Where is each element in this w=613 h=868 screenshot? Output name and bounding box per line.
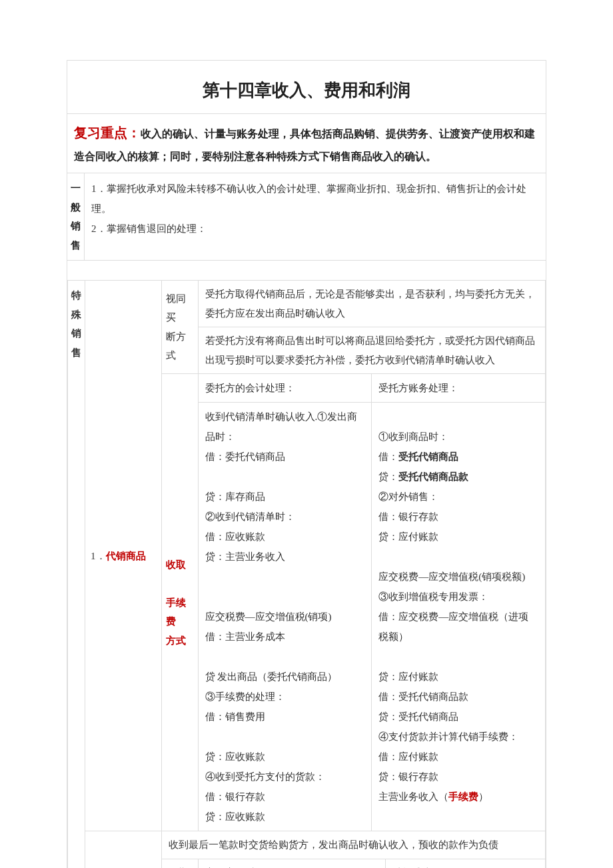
- method-2-accounting: 委托方的会计处理： 受托方账务处理： 收到代销清单时确认收入.①发出商品时： 借…: [198, 374, 546, 831]
- item-2-col-1: 分期收款时: [161, 859, 198, 868]
- general-sales-body: 1．掌握托收承对风险未转移不确认收入的会计处理、掌握商业折扣、现金折扣、销售折让…: [85, 173, 546, 260]
- method-1-label: 视同买 断方式: [161, 281, 198, 374]
- review-focus-block: 复习重点：收入的确认、计量与账务处理，具体包括商品购销、提供劳务、让渡资产使用权…: [67, 113, 546, 173]
- document-container: 第十四章收入、费用和利润 复习重点：收入的确认、计量与账务处理，具体包括商品购销…: [67, 60, 546, 868]
- general-sales-p1: 1．掌握托收承对风险未转移不确认收入的会计处理、掌握商业折扣、现金折扣、销售折让…: [91, 179, 539, 219]
- acct-right-body: ①收到商品时： 借：受托代销商品 贷：受托代销商品款 ②对外销售： 借：银行存款…: [372, 403, 545, 831]
- general-sales-p2: 2．掌握销售退回的处理：: [91, 219, 539, 239]
- method-1-desc-1: 受托方取得代销商品后，无论是否能够卖出，是否获利，均与委托方无关，委托方应在发出…: [198, 281, 546, 327]
- page-title: 第十四章收入、费用和利润: [67, 61, 546, 113]
- general-sales-row: 一 般 销 售 1．掌握托收承对风险未转移不确认收入的会计处理、掌握商业折扣、现…: [67, 173, 546, 260]
- spacer: [67, 260, 546, 280]
- review-focus-label: 复习重点：: [74, 125, 141, 140]
- special-sales-table: 特 殊 销 售 1．代销商品 视同买 断方式 受托方取得代销商品后，无论是否能够…: [67, 280, 546, 868]
- item-1-label: 1．代销商品: [85, 281, 162, 831]
- review-focus-text: 收入的确认、计量与账务处理，具体包括商品购销、提供劳务、让渡资产使用权和建造合同…: [74, 128, 535, 162]
- method-1-desc-2: 若受托方没有将商品售出时可以将商品退回给委托方，或受托方因代销商品出现亏损时可以…: [198, 327, 546, 374]
- acct-left-body: 收到代销清单时确认收入.①发出商品时： 借：委托代销商品 贷：库存商品 ②收到代…: [199, 403, 372, 831]
- general-sales-label: 一 般 销 售: [67, 173, 85, 260]
- method-2-label: 收取 手续费 方式: [161, 374, 198, 831]
- acct-right-header: 受托方账务处理：: [372, 374, 545, 403]
- item-2-col-3: 结转成本: [385, 859, 545, 868]
- item-2-label: 2．预收款销售: [85, 831, 162, 868]
- item-2-col-2: 交付商品时: [198, 859, 385, 868]
- acct-left-header: 委托方的会计处理：: [199, 374, 372, 403]
- item-2-desc: 收到最后一笔款时交货给购货方，发出商品时确认收入，预收的款作为负债: [161, 831, 546, 859]
- special-sales-label: 特 殊 销 售: [68, 281, 85, 868]
